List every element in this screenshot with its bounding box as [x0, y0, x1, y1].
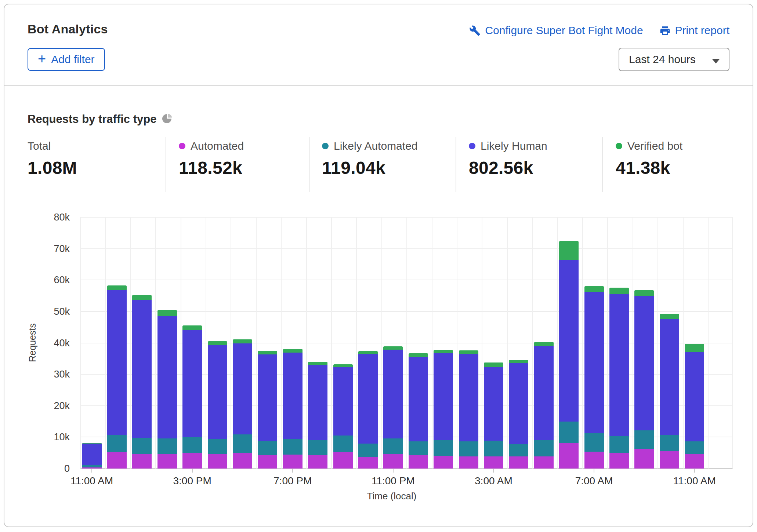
section-heading-label: Requests by traffic type [28, 113, 156, 126]
bar-segment-likely-automated [559, 422, 579, 443]
pie-chart-icon [162, 114, 172, 125]
gridline-vertical [80, 217, 81, 469]
bar-segment-likely-automated [82, 465, 102, 467]
bar [358, 351, 378, 469]
bar-segment-likely-automated [283, 439, 303, 455]
gridline-vertical [432, 217, 432, 469]
card-header: Bot Analytics Configure Super Bot Fight … [4, 4, 753, 86]
bar-segment-likely-automated [509, 444, 528, 456]
bar [333, 364, 353, 469]
add-filter-label: Add filter [51, 53, 94, 66]
bar-segment-automated [509, 456, 528, 469]
bar-segment-automated [157, 454, 177, 469]
bar-segment-automated [258, 455, 277, 469]
likely-human-legend-dot [469, 143, 475, 149]
configure-super-bot-fight-mode-link[interactable]: Configure Super Bot Fight Mode [469, 24, 643, 37]
gridline-vertical [206, 217, 206, 469]
plus-icon: + [38, 52, 46, 66]
bar-segment-automated [660, 451, 679, 469]
bar [534, 342, 554, 469]
print-link-label: Print report [675, 24, 729, 37]
x-tick-mark [192, 469, 193, 473]
bar [685, 344, 704, 469]
automated-legend-dot [179, 143, 185, 149]
stat-likely-human-value: 802.56k [469, 158, 602, 178]
stat-automated: Automated 118.52k [166, 137, 309, 192]
add-filter-button[interactable]: + Add filter [28, 48, 105, 71]
gridline-vertical [607, 217, 608, 469]
bar-segment-likely-human [283, 353, 303, 439]
y-tick-label: 60k [26, 274, 70, 285]
stats-row: Total 1.08M Automated 118.52k Likely Aut… [4, 137, 753, 192]
bar-segment-likely-human [409, 357, 428, 441]
bar-segment-verified-bot [258, 351, 277, 354]
stat-likely-automated: Likely Automated 119.04k [309, 137, 456, 192]
bar-segment-likely-automated [584, 433, 604, 452]
bar [283, 349, 303, 469]
y-tick-label: 50k [26, 306, 70, 317]
bar-segment-verified-bot [685, 344, 704, 352]
verified-bot-legend-dot [616, 143, 622, 149]
bar [132, 295, 152, 469]
x-axis-title: Time (local) [367, 491, 417, 502]
bar-segment-likely-automated [233, 434, 252, 453]
bar-segment-automated [459, 456, 478, 469]
bar-segment-likely-automated [208, 439, 227, 454]
bar-segment-likely-human [660, 319, 679, 435]
bar-segment-verified-bot [409, 353, 428, 357]
time-range-select[interactable]: Last 24 hours [619, 48, 729, 71]
bar-segment-verified-bot [484, 362, 503, 367]
bar-segment-automated [233, 453, 252, 469]
stat-total-label: Total [28, 140, 51, 152]
bar-segment-verified-bot [383, 346, 403, 350]
bar-segment-likely-automated [434, 440, 453, 456]
bar [157, 310, 177, 469]
bar-segment-automated [107, 452, 127, 469]
stat-likely-automated-label: Likely Automated [334, 140, 417, 152]
bar [660, 314, 679, 469]
bar-segment-automated [208, 454, 227, 469]
bar-segment-verified-bot [509, 360, 528, 363]
bar-segment-likely-human [383, 350, 403, 438]
bar-segment-verified-bot [534, 342, 554, 346]
bar-segment-likely-human [534, 346, 554, 440]
x-tick-mark [91, 469, 92, 473]
bar-segment-automated [584, 452, 604, 469]
wrench-icon [469, 25, 481, 36]
bar-segment-likely-automated [409, 441, 428, 455]
bar-segment-likely-automated [333, 436, 353, 452]
x-tick-label: 7:00 PM [274, 475, 312, 487]
plot-area [80, 217, 733, 469]
bar-segment-likely-automated [358, 444, 378, 457]
bar [258, 351, 277, 469]
print-report-link[interactable]: Print report [659, 24, 729, 37]
gridline-vertical [582, 217, 583, 469]
bar-segment-verified-bot [132, 295, 152, 300]
bar-segment-automated [358, 457, 378, 469]
bar [484, 362, 503, 469]
bar-segment-automated [534, 456, 554, 469]
gridline-vertical [181, 217, 181, 469]
bar-segment-verified-bot [434, 350, 453, 353]
bar-segment-likely-automated [132, 438, 152, 454]
requests-chart: Requests 010k20k30k40k50k60k70k80k 11:00… [4, 200, 753, 501]
bar-segment-likely-human [182, 330, 202, 437]
gridline-vertical [155, 217, 156, 469]
bar-segment-automated [609, 453, 629, 469]
bar-segment-likely-automated [660, 435, 679, 451]
x-tick-mark [292, 469, 293, 473]
x-tick-mark [393, 469, 394, 473]
gridline-vertical [457, 217, 457, 469]
bar-segment-verified-bot [182, 325, 202, 330]
printer-icon [659, 25, 671, 36]
stat-automated-label: Automated [191, 140, 244, 152]
gridline-vertical [356, 217, 357, 469]
page-title: Bot Analytics [28, 22, 108, 36]
bar [82, 443, 102, 469]
gridline-vertical [281, 217, 282, 469]
gridline-vertical [381, 217, 382, 469]
bar [383, 346, 403, 469]
bar-segment-automated [685, 454, 704, 469]
y-tick-label: 0 [26, 463, 70, 474]
bar-segment-likely-human [258, 354, 277, 441]
